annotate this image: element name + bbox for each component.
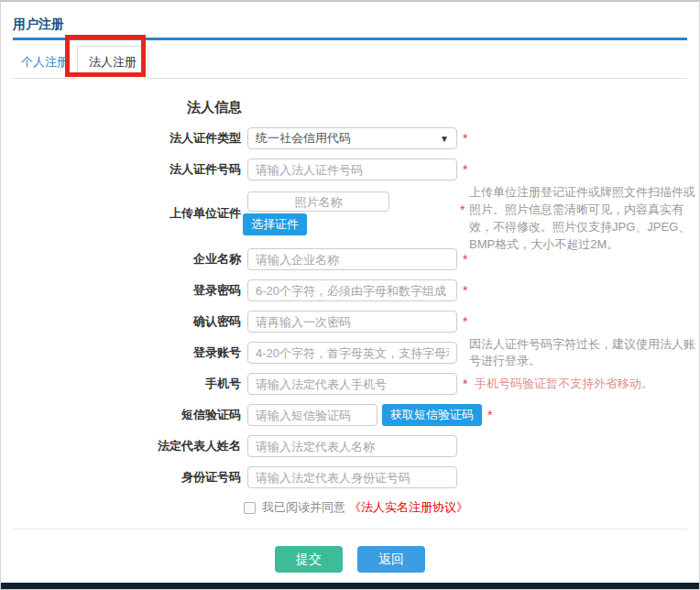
footer-bar bbox=[1, 583, 699, 589]
certificate-type-label: 法人证件类型 bbox=[1, 130, 247, 147]
back-button[interactable]: 返回 bbox=[357, 546, 425, 573]
required-asterisk: * bbox=[463, 314, 467, 329]
required-asterisk: * bbox=[463, 162, 467, 177]
upload-controls: 选择证件 bbox=[247, 191, 389, 235]
id-number-input[interactable] bbox=[247, 466, 457, 488]
legal-person-form: 法人信息 法人证件类型 统一社会信用代码 ▼ * 法人证件号码 * 上传单位证件… bbox=[1, 99, 699, 573]
row-id-number: 身份证号码 bbox=[1, 466, 699, 488]
registration-page: 用户注册 个人注册 法人注册 法人信息 法人证件类型 统一社会信用代码 ▼ * … bbox=[0, 0, 700, 590]
company-name-label: 企业名称 bbox=[1, 251, 247, 268]
upload-certificate-label: 上传单位证件 bbox=[1, 205, 247, 222]
certificate-type-select[interactable]: 统一社会信用代码 ▼ bbox=[247, 127, 457, 149]
agreement-row: 我已阅读并同意 《法人实名注册协议》 bbox=[244, 499, 699, 516]
representative-name-label: 法定代表人姓名 bbox=[1, 438, 247, 454]
row-upload-certificate: 上传单位证件 选择证件 * 上传单位注册登记证件或牌照文件扫描件或照片。照片信息… bbox=[1, 190, 699, 237]
row-login-account: 登录账号 因法人证件号码字符过长，建议使用法人账号进行登录。 bbox=[1, 342, 699, 364]
row-certificate-number: 法人证件号码 * bbox=[1, 158, 699, 180]
section-title: 法人信息 bbox=[187, 99, 699, 116]
login-password-label: 登录密码 bbox=[1, 282, 247, 299]
login-account-input[interactable] bbox=[247, 342, 457, 364]
required-asterisk: * bbox=[463, 283, 467, 298]
phone-help-text: 手机号码验证暂不支持外省移动。 bbox=[475, 376, 653, 392]
login-account-help-text: 因法人证件号码字符过长，建议使用法人账号进行登录。 bbox=[469, 336, 698, 370]
certificate-number-label: 法人证件号码 bbox=[1, 161, 247, 178]
title-underline bbox=[13, 38, 687, 40]
tab-bar: 个人注册 法人注册 bbox=[13, 46, 687, 79]
login-account-label: 登录账号 bbox=[1, 344, 247, 361]
row-company-name: 企业名称 * bbox=[1, 248, 699, 270]
row-certificate-type: 法人证件类型 统一社会信用代码 ▼ * bbox=[1, 127, 699, 149]
divider bbox=[13, 529, 687, 530]
required-asterisk: * bbox=[460, 202, 465, 217]
dropdown-arrow-icon: ▼ bbox=[440, 134, 449, 144]
confirm-password-label: 确认密码 bbox=[1, 313, 247, 330]
required-asterisk: * bbox=[463, 252, 467, 267]
representative-name-input[interactable] bbox=[247, 435, 457, 457]
company-name-input[interactable] bbox=[247, 248, 457, 270]
row-representative-name: 法定代表人姓名 bbox=[1, 435, 699, 457]
required-asterisk: * bbox=[463, 377, 467, 391]
confirm-password-input[interactable] bbox=[247, 311, 457, 333]
get-sms-code-button[interactable]: 获取短信验证码 bbox=[382, 404, 482, 426]
tab-legal-registration[interactable]: 法人注册 bbox=[77, 46, 148, 79]
certificate-type-value: 统一社会信用代码 bbox=[256, 130, 351, 147]
tab-personal-registration[interactable]: 个人注册 bbox=[13, 47, 77, 78]
id-number-label: 身份证号码 bbox=[1, 469, 247, 486]
certificate-number-input[interactable] bbox=[247, 158, 457, 180]
sms-code-label: 短信验证码 bbox=[1, 407, 247, 423]
submit-button[interactable]: 提交 bbox=[275, 546, 343, 573]
required-asterisk: * bbox=[463, 131, 467, 146]
photo-name-input[interactable] bbox=[247, 191, 389, 212]
sms-code-input[interactable] bbox=[247, 404, 377, 426]
page-title: 用户注册 bbox=[13, 16, 687, 33]
action-buttons: 提交 返回 bbox=[1, 546, 699, 573]
upload-help-text: 上传单位注册登记证件或牌照文件扫描件或照片。照片信息需清晰可见，内容真实有效，不… bbox=[469, 184, 696, 253]
choose-certificate-button[interactable]: 选择证件 bbox=[243, 213, 307, 235]
agreement-checkbox[interactable] bbox=[244, 502, 256, 514]
agreement-link[interactable]: 《法人实名注册协议》 bbox=[349, 499, 468, 516]
row-login-password: 登录密码 * bbox=[1, 279, 699, 301]
row-confirm-password: 确认密码 * bbox=[1, 311, 699, 333]
row-sms-code: 短信验证码 获取短信验证码 * bbox=[1, 404, 699, 426]
login-password-input[interactable] bbox=[247, 279, 457, 301]
agreement-text: 我已阅读并同意 bbox=[262, 499, 345, 516]
required-asterisk: * bbox=[487, 408, 492, 422]
row-phone-number: 手机号 * 手机号码验证暂不支持外省移动。 bbox=[1, 373, 699, 395]
phone-number-label: 手机号 bbox=[1, 376, 247, 392]
phone-number-input[interactable] bbox=[247, 373, 457, 395]
